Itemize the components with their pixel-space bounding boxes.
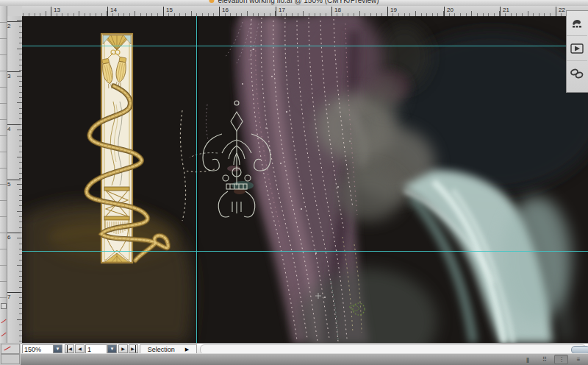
ruler-top-number: 22	[556, 7, 565, 16]
ruler-top-number: 19	[387, 7, 397, 16]
artwork-canvas[interactable]	[22, 16, 588, 343]
zoom-dropdown-button[interactable]: ▼	[53, 344, 62, 353]
brushes-panel-icon[interactable]	[567, 11, 587, 36]
background-tile-icon	[1, 344, 20, 354]
ruler-top-number: 15	[163, 7, 173, 16]
background-tile-icon	[1, 354, 20, 364]
none-swatch-icon[interactable]	[1, 319, 6, 323]
ruler-top[interactable]: 13141516171819202122	[22, 6, 588, 17]
list-view-button[interactable]: ≡	[571, 355, 585, 364]
view-buttons: |||⠿⋮≡	[520, 355, 585, 364]
ruler-top-number: 14	[107, 7, 117, 16]
ruler-left-number: 7	[7, 292, 21, 300]
ruler-top-number: 13	[51, 7, 60, 16]
first-artboard-button[interactable]: ◀	[65, 344, 74, 353]
ruler-left-number: 4	[7, 124, 21, 132]
flow-view-button[interactable]: ⋮	[554, 355, 568, 364]
ruler-top-number: 21	[500, 7, 509, 16]
grid-view-button[interactable]: ⠿	[537, 355, 551, 364]
app-window: elevation working flo.ai @ 150% (CMYK/Pr…	[0, 0, 588, 365]
ruler-top-number: 20	[444, 7, 453, 16]
window-title: elevation working flo.ai @ 150% (CMYK/Pr…	[218, 0, 379, 4]
ruler-left-number: 3	[7, 71, 21, 79]
ruler-top-number: 17	[276, 7, 285, 16]
stroke-none-icon[interactable]	[1, 333, 6, 336]
modified-document-icon	[209, 0, 214, 3]
status-bar: ▼ ◀ ◀ ▼ ▶ ▶ Selection ▶	[21, 343, 588, 354]
last-artboard-button[interactable]: ▶	[129, 344, 138, 353]
ruler-left[interactable]: 234567	[7, 16, 23, 343]
ruler-origin-box[interactable]	[7, 6, 23, 17]
next-artboard-button[interactable]: ▶	[118, 344, 128, 353]
tools-panel[interactable]	[0, 6, 7, 343]
side-palette	[566, 10, 588, 93]
ruler-top-number: 18	[331, 7, 341, 16]
ruler-left-number: 5	[7, 180, 21, 188]
artwork	[22, 16, 588, 343]
ruler-left-number: 2	[7, 21, 21, 29]
background-window-bar: |||⠿⋮≡	[21, 353, 588, 365]
ruler-left-number: 6	[7, 233, 21, 241]
ruler-top-number: 16	[219, 7, 229, 16]
previous-artboard-button[interactable]: ◀	[75, 344, 85, 353]
columns-view-button[interactable]: |||	[520, 355, 534, 364]
artboard-dropdown-button[interactable]: ▼	[107, 344, 117, 353]
status-menu-arrow-icon: ▶	[185, 347, 189, 352]
current-tool-label: Selection	[148, 346, 175, 353]
background-window-corner	[0, 343, 21, 365]
fill-swatch-icon[interactable]	[1, 303, 7, 309]
links-panel-icon[interactable]	[567, 61, 587, 86]
actions-panel-icon[interactable]	[567, 36, 587, 61]
